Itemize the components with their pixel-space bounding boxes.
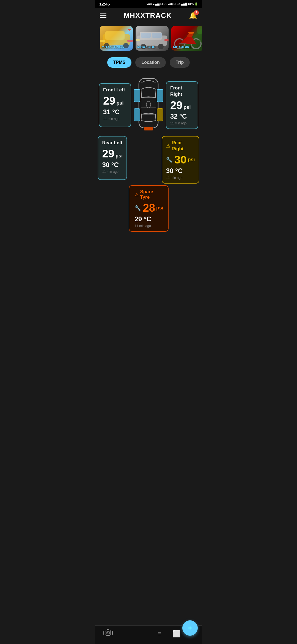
svg-rect-13 (136, 39, 140, 41)
status-time: 12:45 (99, 2, 110, 6)
vehicles-row: ❤ MHXXTRACK MHXXOBD (95, 23, 202, 53)
tire-front-left-name: Front Left (103, 87, 127, 93)
tpms-section: Front Left 29 psi 31 °C 11 min ago (95, 72, 202, 237)
tire-spare-time: 11 min ago (135, 224, 163, 228)
svg-rect-21 (141, 98, 156, 114)
vehicle-label-1: MHXXTRACK (101, 45, 124, 49)
rear-tires-row: Rear Left 29 psi 30 °C 11 min ago ⚠ Rear… (99, 114, 198, 184)
favorite-heart: ❤ (128, 28, 131, 32)
tire-front-left-psi: 29 (103, 95, 116, 107)
tire-rear-right-temp: 30 °C (166, 167, 195, 175)
svg-point-19 (197, 26, 202, 34)
header: MHXXTRACK 🔔 7 (95, 8, 202, 23)
svg-rect-17 (188, 32, 194, 34)
tire-rear-left[interactable]: Rear Left 29 psi 30 °C 11 min ago (98, 136, 127, 180)
hamburger-menu[interactable] (100, 13, 106, 18)
tire-rear-right-time: 11 min ago (166, 176, 195, 180)
svg-rect-9 (141, 33, 151, 38)
tire-spare-psi: 28 (143, 202, 155, 214)
tire-front-right-psi: 29 (170, 99, 183, 111)
signal-indicator: Vo)) ▲▃▅ LTE1 Vo)) LTE2 ▃▅▇ 81% 🔋 (147, 2, 198, 6)
vehicle-card-mhxxobd[interactable]: MHXXOBD (136, 26, 169, 51)
svg-rect-10 (152, 33, 162, 38)
tire-front-right-unit: psi (184, 105, 191, 110)
tab-location[interactable]: Location (135, 57, 166, 68)
tire-front-right-name: Front Right (170, 85, 194, 97)
sensor-icon-rear-right: 🔧 (166, 157, 172, 163)
danger-icon-spare: ⚠ (135, 192, 139, 197)
tire-rear-left-time: 11 min ago (102, 170, 123, 174)
sensor-icon-spare: 🔧 (135, 205, 141, 211)
status-bar: 12:45 Vo)) ▲▃▅ LTE1 Vo)) LTE2 ▃▅▇ 81% 🔋 (95, 0, 202, 8)
tabs-bar: TPMS Location Trip (95, 53, 202, 72)
vehicle-label-2: MHXXOBD (137, 45, 155, 49)
spare-tire-row: ⚠ Spare Tyre 🔧 28 psi 29 °C 11 min ago (129, 185, 169, 232)
tire-rear-right[interactable]: ⚠ Rear Right 🔧 30 psi 30 °C 11 min ago (162, 136, 199, 184)
svg-rect-5 (127, 40, 133, 42)
vehicle-card-mhxxtrack[interactable]: ❤ MHXXTRACK (100, 26, 133, 51)
svg-rect-14 (164, 39, 169, 41)
status-right: Vo)) ▲▃▅ LTE1 Vo)) LTE2 ▃▅▇ 81% 🔋 (147, 2, 198, 6)
tire-spare-unit: psi (156, 205, 163, 211)
tire-rear-left-name: Rear Left (102, 140, 123, 146)
tire-rear-left-psi: 29 (102, 148, 114, 160)
tire-spare[interactable]: ⚠ Spare Tyre 🔧 28 psi 29 °C 11 min ago (129, 185, 169, 232)
tire-spare-name: Spare Tyre (140, 189, 163, 200)
tire-rear-right-unit: psi (188, 157, 195, 163)
svg-point-28 (146, 101, 151, 108)
tire-spare-temp: 29 °C (135, 215, 163, 223)
app-title: MHXXTRACK (123, 11, 172, 20)
tire-rear-right-name: Rear Right (172, 140, 195, 152)
warning-icon-rear-right: ⚠ (166, 143, 170, 149)
tire-rear-right-psi: 30 (174, 154, 187, 166)
svg-rect-23 (134, 89, 140, 102)
tire-rear-left-temp: 30 °C (102, 161, 123, 169)
vehicle-card-mhxxbike[interactable]: MHXXBIKE (171, 26, 202, 51)
tab-trip[interactable]: Trip (170, 57, 190, 68)
svg-point-12 (158, 44, 164, 49)
vehicle-label-3: MHXXBIKE (173, 45, 192, 49)
notification-badge: 7 (194, 10, 199, 15)
tire-front-left-unit: psi (117, 100, 124, 106)
svg-rect-4 (100, 40, 105, 42)
tab-tpms[interactable]: TPMS (107, 57, 131, 68)
notification-bell[interactable]: 🔔 7 (189, 12, 197, 20)
tire-rear-left-unit: psi (116, 153, 123, 159)
svg-rect-24 (157, 89, 163, 102)
svg-rect-1 (105, 31, 125, 40)
